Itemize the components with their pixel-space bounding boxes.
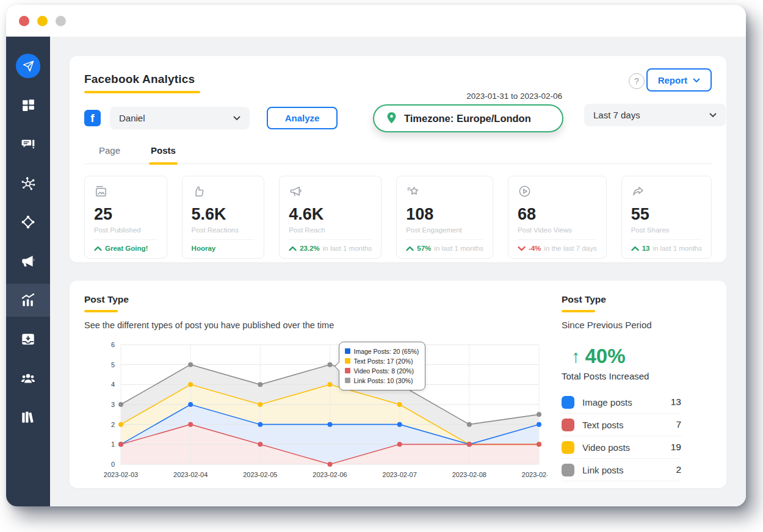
- chevron-down-icon: [709, 113, 717, 117]
- sidebar-item-conversations[interactable]: [6, 124, 50, 164]
- stat-value: 55: [631, 205, 702, 224]
- y-axis-label: 3: [111, 401, 115, 408]
- legend-value: 7: [676, 419, 681, 430]
- data-point: [258, 442, 262, 447]
- y-axis-label: 4: [111, 381, 115, 388]
- summary-subtitle: Since Previous Period: [562, 320, 746, 330]
- thumbs-up-icon: [192, 190, 206, 200]
- stat-label: Post Engagement: [406, 226, 483, 234]
- legend-row-text-posts: Text posts7: [562, 414, 681, 436]
- tooltip-row: Link Posts: 10 (30%): [345, 376, 419, 386]
- legend-value: 13: [671, 397, 681, 408]
- period-select[interactable]: Last 7 days: [584, 104, 726, 126]
- legend-label: Text posts: [582, 420, 624, 430]
- stat-card-post-reactions[interactable]: 5.6KPost ReactionsHooray: [182, 176, 265, 259]
- delta-label: Total Posts Increased: [562, 371, 746, 381]
- stat-card-post-video-views[interactable]: 68Post Video Views-4%in the last 7 days: [508, 176, 607, 259]
- sidebar-item-dashboard[interactable]: [6, 85, 50, 124]
- data-point: [328, 362, 333, 367]
- x-axis-label: 2023-02-07: [383, 471, 417, 478]
- location-pin-icon: [385, 111, 398, 126]
- trend-down-icon: [518, 246, 526, 251]
- data-point: [118, 442, 123, 447]
- data-point: [188, 402, 193, 407]
- facebook-icon: f: [84, 110, 101, 126]
- sidebar-item-analytics[interactable]: [6, 284, 50, 317]
- tooltip-color-swatch: [345, 358, 350, 364]
- data-point: [188, 382, 193, 387]
- data-point: [537, 422, 541, 427]
- data-point: [467, 442, 472, 447]
- app-window: Facebook Analytics ? Report f Daniel Ana…: [6, 5, 746, 506]
- post-type-chart[interactable]: 01234562023-02-032023-02-042023-02-05202…: [93, 335, 548, 486]
- sidebar-item-network[interactable]: [6, 164, 50, 203]
- analyze-button[interactable]: Analyze: [267, 107, 338, 129]
- x-axis-label: 2023-02-03: [104, 471, 138, 478]
- library-icon: [20, 409, 36, 425]
- maximize-window-icon[interactable]: [56, 16, 66, 26]
- team-icon: [20, 370, 36, 386]
- data-point: [188, 362, 193, 367]
- tooltip-color-swatch: [345, 378, 350, 383]
- stat-value: 25: [94, 205, 157, 224]
- megaphone-icon: [289, 190, 303, 200]
- chart-title-underline: [84, 310, 118, 312]
- x-axis-label: 2023-02-08: [452, 471, 486, 478]
- data-point: [397, 422, 402, 427]
- help-icon[interactable]: ?: [629, 73, 645, 89]
- minimize-window-icon[interactable]: [37, 16, 48, 26]
- title-underline: [84, 91, 200, 93]
- sidebar-item-automation[interactable]: [6, 203, 50, 242]
- trend-up-icon: [289, 246, 297, 251]
- analytics-header-card: Facebook Analytics ? Report f Daniel Ana…: [70, 56, 726, 262]
- app-logo-send-icon[interactable]: [16, 54, 40, 78]
- sidebar-item-team[interactable]: [6, 359, 50, 398]
- stat-trend: 23.2%in last 1 months: [289, 239, 372, 252]
- stat-value: 68: [518, 205, 597, 224]
- legend-row-link-posts: Link posts2: [562, 459, 681, 481]
- timezone-pill: Timezone: Europe/London: [373, 104, 563, 132]
- stat-trend: Hooray: [192, 239, 255, 252]
- main-content: Facebook Analytics ? Report f Daniel Ana…: [50, 37, 746, 506]
- summary-title: Post Type: [562, 294, 746, 305]
- stat-trend: 57%in last 1 months: [406, 239, 483, 252]
- tab-page[interactable]: Page: [99, 145, 120, 164]
- image-post-icon: [94, 190, 108, 200]
- data-point: [258, 422, 262, 427]
- summary-panel: Post Type Since Previous Period ↑ 40% To…: [562, 294, 746, 481]
- chevron-down-icon: [233, 116, 240, 120]
- stat-label: Post Shares: [631, 226, 702, 234]
- account-select[interactable]: Daniel: [110, 107, 250, 129]
- window-titlebar: [6, 5, 746, 37]
- tab-posts-label: Posts: [151, 145, 176, 156]
- stat-label: Post Reactions: [192, 226, 255, 234]
- tab-posts[interactable]: Posts: [151, 145, 176, 164]
- x-axis-label: 2023-02-06: [313, 471, 347, 478]
- stat-label: Post Published: [94, 226, 157, 234]
- network-icon: [20, 175, 36, 191]
- sidebar-item-inbox[interactable]: [6, 320, 50, 359]
- data-point: [397, 402, 402, 407]
- timezone-label: Timezone: Europe/London: [404, 113, 531, 124]
- data-point: [328, 382, 333, 387]
- y-axis-label: 6: [111, 341, 115, 348]
- post-type-legend: Image posts13Text posts7Video posts19Lin…: [562, 391, 681, 481]
- data-point: [118, 422, 123, 427]
- report-button[interactable]: Report: [646, 68, 712, 92]
- stat-card-post-reach[interactable]: 4.6KPost Reach23.2%in last 1 months: [279, 176, 382, 259]
- post-type-card: Post Type See the different types of pos…: [70, 281, 726, 488]
- close-window-icon[interactable]: [19, 16, 29, 26]
- stat-card-post-shares[interactable]: 55Post Shares13in last 1 months: [621, 176, 712, 259]
- active-tab-underline: [149, 162, 178, 165]
- play-icon: [518, 190, 532, 200]
- legend-color-swatch: [562, 464, 574, 476]
- data-point: [537, 412, 541, 417]
- legend-color-swatch: [562, 396, 574, 409]
- sidebar-item-campaigns[interactable]: [6, 242, 50, 281]
- sidebar-item-library[interactable]: [6, 398, 50, 437]
- tooltip-row: Image Posts: 20 (65%): [345, 347, 419, 356]
- y-axis-label: 1: [111, 440, 115, 448]
- stat-card-post-published[interactable]: 25Post PublishedGreat Going!: [84, 176, 167, 259]
- stat-card-post-engagement[interactable]: 108Post Engagement57%in last 1 months: [396, 176, 493, 259]
- tooltip-row: Text Posts: 17 (20%): [345, 356, 419, 366]
